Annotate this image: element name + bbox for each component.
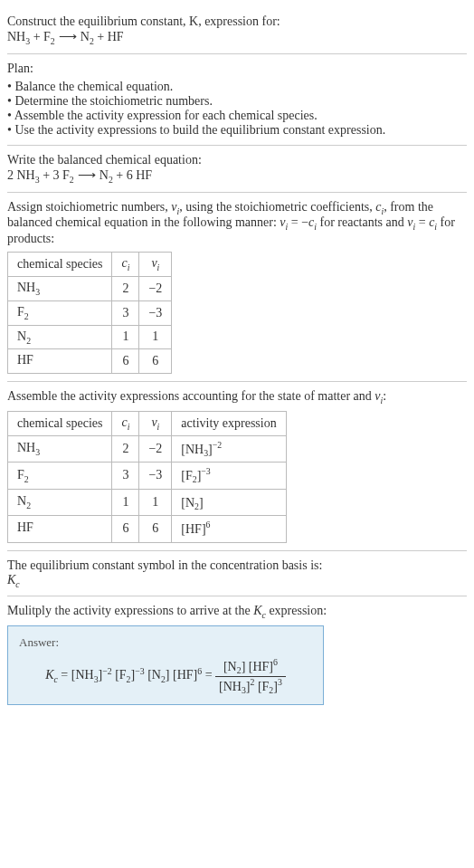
answer-label: Answer: bbox=[19, 635, 312, 650]
col-nui: νi bbox=[139, 253, 172, 277]
plan-item: Determine the stoichiometric numbers. bbox=[7, 94, 467, 109]
table-row: N2 1 1 bbox=[8, 325, 172, 349]
stoich-section: Assign stoichiometric numbers, νi, using… bbox=[7, 193, 467, 383]
table-row: HF 6 6 [HF]6 bbox=[8, 516, 287, 542]
answer-box: Answer: Kc = [NH3]−2 [F2]−3 [N2] [HF]6 =… bbox=[7, 625, 324, 705]
table-row: NH3 2 −2 bbox=[8, 276, 172, 300]
unbalanced-equation: NH3 + F2 ⟶ N2 + HF bbox=[7, 29, 467, 46]
plan-section: Plan: Balance the chemical equation. Det… bbox=[7, 54, 467, 146]
table-row: F2 3 −3 [F2]−3 bbox=[8, 463, 287, 489]
plan-item: Balance the chemical equation. bbox=[7, 80, 467, 94]
kc-symbol-text: The equilibrium constant symbol in the c… bbox=[7, 558, 467, 573]
table-row: NH3 2 −2 [NH3]−2 bbox=[8, 435, 287, 462]
col-activity: activity expression bbox=[172, 411, 286, 435]
stoich-table: chemical species ci νi NH3 2 −2 F2 3 −3 … bbox=[7, 252, 172, 374]
kc-fraction: [N2] [HF]6[NH3]2 [F2]3 bbox=[215, 657, 286, 695]
balanced-equation: 2 NH3 + 3 F2 ⟶ N2 + 6 HF bbox=[7, 167, 467, 185]
table-row: F2 3 −3 bbox=[8, 300, 172, 325]
col-species: chemical species bbox=[8, 253, 112, 277]
activity-table: chemical species ci νi activity expressi… bbox=[7, 411, 287, 543]
kc-expression: Kc = [NH3]−2 [F2]−3 [N2] [HF]6 = [N2] [H… bbox=[19, 657, 312, 695]
plan-item: Use the activity expressions to build th… bbox=[7, 123, 467, 138]
stoich-intro: Assign stoichiometric numbers, νi, using… bbox=[7, 200, 467, 247]
col-ci: ci bbox=[112, 253, 139, 277]
col-ci: ci bbox=[112, 411, 139, 435]
answer-section: Mulitply the activity expressions to arr… bbox=[7, 596, 467, 712]
kc-symbol-section: The equilibrium constant symbol in the c… bbox=[7, 551, 467, 597]
plan-title: Plan: bbox=[7, 62, 467, 76]
plan-item: Assemble the activity expression for eac… bbox=[7, 109, 467, 123]
balanced-title: Write the balanced chemical equation: bbox=[7, 153, 467, 167]
multiply-intro: Mulitply the activity expressions to arr… bbox=[7, 604, 467, 620]
activity-intro: Assemble the activity expressions accoun… bbox=[7, 389, 467, 405]
balanced-section: Write the balanced chemical equation: 2 … bbox=[7, 146, 467, 193]
prompt-line: Construct the equilibrium constant, K, e… bbox=[7, 14, 467, 29]
col-species: chemical species bbox=[8, 411, 112, 435]
reaction-arrow-icon: ⟶ bbox=[78, 167, 96, 183]
plan-list: Balance the chemical equation. Determine… bbox=[7, 80, 467, 138]
prompt-text: Construct the equilibrium constant, K, e… bbox=[7, 14, 280, 28]
prompt-section: Construct the equilibrium constant, K, e… bbox=[7, 7, 467, 54]
table-row: HF 6 6 bbox=[8, 349, 172, 374]
col-nui: νi bbox=[139, 411, 172, 435]
reaction-arrow-icon: ⟶ bbox=[59, 29, 77, 44]
table-header-row: chemical species ci νi bbox=[8, 253, 172, 277]
table-row: N2 1 1 [N2] bbox=[8, 489, 287, 515]
activity-section: Assemble the activity expressions accoun… bbox=[7, 382, 467, 550]
kc-symbol: Kc bbox=[7, 573, 467, 589]
table-header-row: chemical species ci νi activity expressi… bbox=[8, 411, 287, 435]
